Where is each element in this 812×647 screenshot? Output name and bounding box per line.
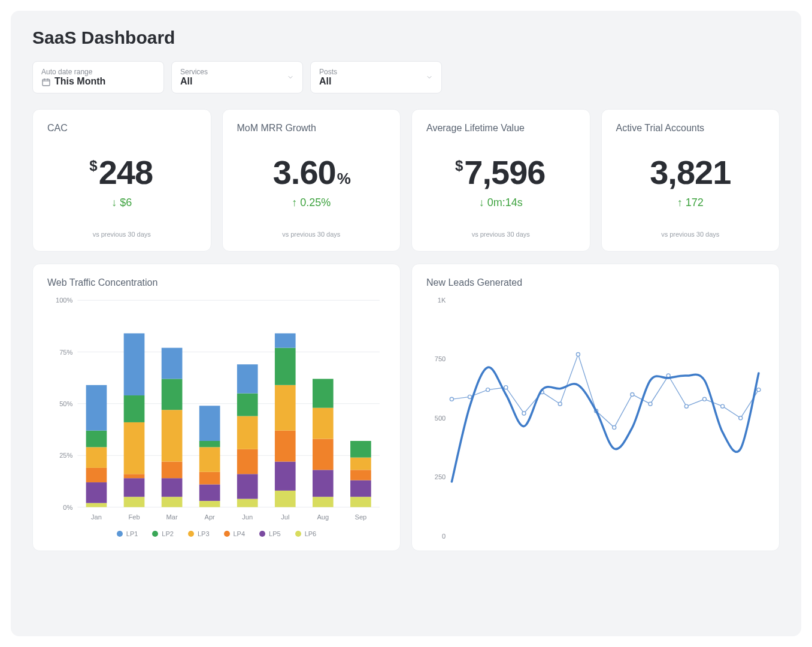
- svg-rect-53: [313, 497, 334, 507]
- filter-services[interactable]: Services All: [171, 61, 303, 93]
- filter-posts-value: All: [319, 76, 433, 87]
- kpi-row: CAC $ 248 ↓ $6 vs previous 30 days MoM M…: [32, 109, 780, 252]
- svg-rect-25: [162, 497, 183, 507]
- svg-rect-51: [275, 333, 296, 347]
- svg-point-87: [757, 388, 761, 392]
- svg-rect-30: [162, 348, 183, 379]
- arrow-down-icon: ↓: [479, 196, 484, 208]
- calendar-icon: [41, 77, 51, 87]
- dashboard-page: SaaS Dashboard Auto date range This Mont…: [11, 11, 801, 636]
- svg-rect-19: [124, 478, 145, 497]
- svg-rect-37: [199, 406, 220, 441]
- legend-swatch-icon: [152, 531, 158, 537]
- svg-text:0: 0: [442, 533, 446, 540]
- chart-title: Web Traffic Concentration: [47, 277, 386, 288]
- chevron-down-icon: [426, 74, 433, 81]
- svg-rect-55: [313, 439, 334, 470]
- svg-rect-61: [350, 470, 371, 480]
- svg-rect-40: [237, 474, 258, 498]
- svg-rect-29: [162, 379, 183, 410]
- chart-plot-area: 02505007501K: [426, 294, 765, 548]
- svg-point-70: [450, 397, 453, 401]
- svg-rect-48: [275, 431, 296, 462]
- kpi-title: CAC: [47, 123, 196, 134]
- svg-point-85: [721, 404, 725, 408]
- filter-services-label: Services: [180, 68, 294, 76]
- legend-swatch-icon: [188, 531, 194, 537]
- svg-text:500: 500: [435, 415, 446, 422]
- kpi-compare: vs previous 30 days: [47, 231, 196, 238]
- legend-item: LP6: [295, 530, 317, 537]
- legend-label: LP5: [269, 530, 281, 537]
- kpi-card-cac: CAC $ 248 ↓ $6 vs previous 30 days: [32, 109, 211, 252]
- legend-swatch-icon: [117, 531, 123, 537]
- kpi-title: Active Trial Accounts: [616, 123, 765, 134]
- kpi-title: Average Lifetime Value: [426, 123, 575, 134]
- svg-rect-49: [275, 385, 296, 431]
- svg-point-77: [576, 353, 580, 356]
- svg-rect-34: [199, 472, 220, 485]
- svg-rect-23: [124, 333, 145, 395]
- legend-label: LP6: [305, 530, 317, 537]
- legend-item: LP3: [188, 530, 210, 537]
- kpi-value: 3.60: [273, 153, 336, 192]
- svg-point-74: [522, 412, 526, 415]
- svg-text:Feb: Feb: [128, 513, 140, 521]
- kpi-prefix: $: [89, 158, 97, 174]
- svg-point-73: [504, 386, 508, 389]
- legend-label: LP4: [234, 530, 246, 537]
- arrow-down-icon: ↓: [111, 196, 117, 208]
- kpi-suffix: %: [337, 170, 351, 188]
- svg-rect-56: [313, 408, 334, 439]
- svg-point-83: [684, 404, 688, 408]
- svg-rect-33: [199, 485, 220, 501]
- svg-rect-13: [86, 468, 107, 482]
- svg-rect-28: [162, 410, 183, 461]
- chevron-down-icon: [287, 74, 294, 81]
- svg-rect-20: [124, 474, 145, 478]
- chart-new-leads: New Leads Generated 02505007501K: [411, 264, 780, 551]
- legend-swatch-icon: [224, 531, 230, 537]
- svg-text:Aug: Aug: [317, 513, 329, 521]
- svg-rect-44: [237, 364, 258, 393]
- legend-item: LP4: [224, 530, 246, 537]
- svg-point-72: [486, 388, 490, 392]
- svg-point-84: [702, 397, 706, 401]
- svg-rect-41: [237, 449, 258, 474]
- chart-plot-area: 0%25%50%75%100%JanFebMarAprJunJulAugSep: [47, 294, 386, 525]
- kpi-card-mrr-growth: MoM MRR Growth 3.60 % ↑ 0.25% vs previou…: [222, 109, 401, 252]
- filter-services-value: All: [180, 76, 294, 87]
- svg-text:Jun: Jun: [242, 513, 253, 521]
- arrow-up-icon: ↑: [292, 196, 297, 208]
- svg-text:0%: 0%: [63, 504, 72, 511]
- svg-point-71: [468, 395, 471, 398]
- svg-text:100%: 100%: [56, 297, 72, 304]
- svg-text:Mar: Mar: [166, 513, 178, 521]
- kpi-compare: vs previous 30 days: [426, 231, 575, 238]
- filter-date-label: Auto date range: [41, 68, 155, 76]
- kpi-delta: ↑ 172: [616, 196, 765, 209]
- svg-point-76: [558, 402, 562, 406]
- svg-rect-16: [86, 385, 107, 431]
- legend-item: LP1: [117, 530, 138, 537]
- svg-rect-54: [313, 470, 334, 497]
- svg-rect-27: [162, 462, 183, 479]
- svg-rect-36: [199, 441, 220, 447]
- svg-rect-15: [86, 431, 107, 448]
- svg-point-79: [613, 426, 616, 430]
- svg-rect-59: [350, 497, 371, 507]
- svg-point-86: [739, 416, 743, 420]
- svg-text:75%: 75%: [59, 349, 72, 356]
- svg-text:1K: 1K: [438, 297, 446, 304]
- filter-posts-label: Posts: [319, 68, 433, 76]
- svg-point-80: [631, 392, 634, 396]
- kpi-title: MoM MRR Growth: [237, 123, 386, 134]
- kpi-compare: vs previous 30 days: [237, 231, 386, 238]
- filter-posts[interactable]: Posts All: [310, 61, 442, 93]
- svg-text:Apr: Apr: [205, 513, 216, 521]
- svg-rect-60: [350, 480, 371, 497]
- svg-rect-43: [237, 394, 258, 416]
- svg-text:Jul: Jul: [281, 513, 289, 521]
- svg-rect-35: [199, 447, 220, 471]
- filter-date-range[interactable]: Auto date range This Month: [32, 61, 164, 93]
